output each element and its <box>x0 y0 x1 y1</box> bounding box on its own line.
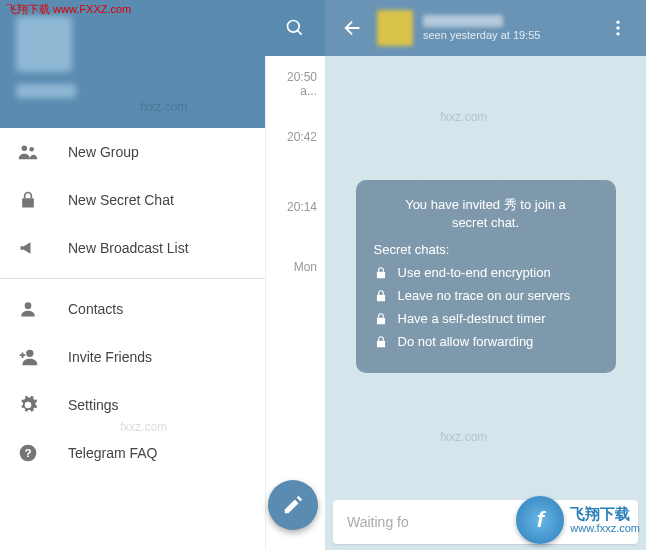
megaphone-icon <box>16 236 40 260</box>
menu-label: New Broadcast List <box>68 240 189 256</box>
user-name <box>16 84 76 98</box>
svg-rect-4 <box>22 198 34 207</box>
lock-icon <box>374 335 388 349</box>
menu-label: Settings <box>68 397 119 413</box>
info-bullet: Do not allow forwarding <box>374 334 598 349</box>
svg-line-1 <box>298 31 302 35</box>
chat-time: 20:50 <box>287 70 317 84</box>
info-title: You have invited 秀 to join asecret chat. <box>374 196 598 232</box>
info-bullet: Leave no trace on our servers <box>374 288 598 303</box>
menu-label: New Secret Chat <box>68 192 174 208</box>
compose-fab[interactable] <box>268 480 318 530</box>
more-vertical-icon <box>608 18 628 38</box>
svg-rect-14 <box>376 318 384 324</box>
group-icon <box>16 140 40 164</box>
chat-list-strip: 20:50 a... 20:42 20:14 Mon <box>265 0 325 550</box>
person-add-icon <box>16 345 40 369</box>
person-icon <box>16 297 40 321</box>
svg-point-6 <box>26 350 33 357</box>
svg-point-11 <box>616 32 619 35</box>
info-bullet: Have a self-destruct timer <box>374 311 598 326</box>
watermark-top: 飞翔下载 www.FXXZ.com <box>6 2 131 17</box>
svg-text:?: ? <box>24 446 31 459</box>
svg-point-10 <box>616 26 619 29</box>
lock-icon <box>374 312 388 326</box>
brand-badge: f 飞翔下载 www.fxxz.com <box>516 496 640 544</box>
svg-rect-12 <box>376 272 384 278</box>
menu-label: New Group <box>68 144 139 160</box>
svg-point-0 <box>288 21 300 33</box>
svg-rect-13 <box>376 295 384 301</box>
help-icon: ? <box>16 441 40 465</box>
brand-logo-icon: f <box>516 496 564 544</box>
info-bullet: Use end-to-end encryption <box>374 265 598 280</box>
chat-time: Mon <box>294 260 317 274</box>
search-button[interactable] <box>265 0 325 56</box>
gear-icon <box>16 393 40 417</box>
lock-icon <box>16 188 40 212</box>
menu-label: Contacts <box>68 301 123 317</box>
navigation-drawer: 20:50 a... 20:42 20:14 Mon New Group New… <box>0 0 325 550</box>
svg-point-2 <box>22 146 27 152</box>
svg-point-5 <box>25 302 32 309</box>
chat-title-area[interactable]: seen yesterday at 19:55 <box>423 15 598 41</box>
brand-url: www.fxxz.com <box>570 522 640 534</box>
info-subtitle: Secret chats: <box>374 242 598 257</box>
contact-avatar[interactable] <box>377 10 413 46</box>
chat-preview: a... <box>300 84 317 98</box>
brand-name: 飞翔下载 <box>570 506 640 523</box>
chat-header: seen yesterday at 19:55 <box>325 0 646 56</box>
secret-chat-screen: seen yesterday at 19:55 You have invited… <box>325 0 646 550</box>
user-avatar[interactable] <box>16 16 72 72</box>
menu-label: Invite Friends <box>68 349 152 365</box>
svg-point-9 <box>616 21 619 24</box>
secret-chat-info-card: You have invited 秀 to join asecret chat.… <box>356 180 616 373</box>
input-placeholder: Waiting fo <box>347 514 409 530</box>
lock-icon <box>374 266 388 280</box>
pencil-icon <box>282 494 304 516</box>
menu-label: Telegram FAQ <box>68 445 157 461</box>
contact-status: seen yesterday at 19:55 <box>423 29 598 41</box>
chat-time: 20:42 <box>287 130 317 144</box>
lock-icon <box>374 289 388 303</box>
back-button[interactable] <box>333 8 373 48</box>
more-button[interactable] <box>598 8 638 48</box>
arrow-left-icon <box>342 17 364 39</box>
contact-name <box>423 15 503 27</box>
svg-point-3 <box>29 147 34 152</box>
svg-rect-15 <box>376 341 384 347</box>
search-icon <box>285 18 305 38</box>
chat-time: 20:14 <box>287 200 317 214</box>
